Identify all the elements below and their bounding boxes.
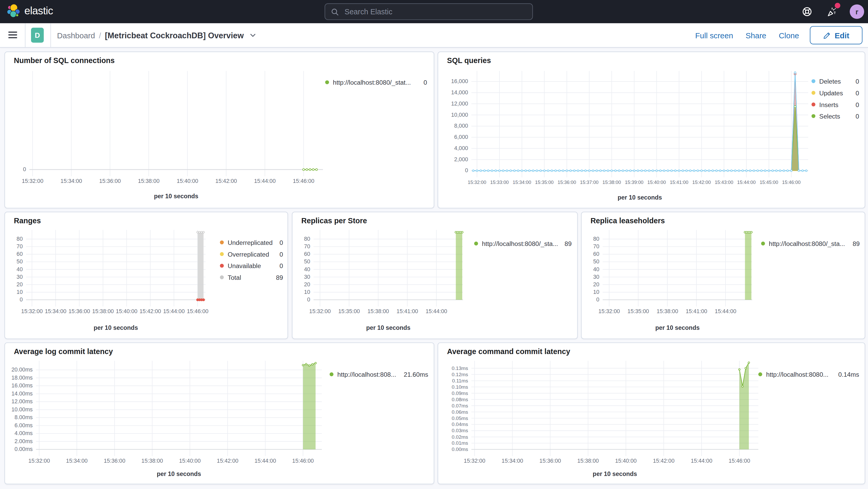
search-icon <box>331 7 339 16</box>
share-button[interactable]: Share <box>746 31 766 40</box>
divider <box>51 23 51 47</box>
svg-text:20: 20 <box>304 281 310 287</box>
legend-item[interactable]: http://localhost:808...21.60ms <box>330 368 428 380</box>
dashboards-badge[interactable]: D <box>31 28 44 42</box>
svg-text:2,000: 2,000 <box>454 156 468 162</box>
svg-text:15:32:00: 15:32:00 <box>598 308 620 314</box>
svg-text:50: 50 <box>17 258 23 265</box>
svg-text:15:44:00: 15:44:00 <box>254 178 276 184</box>
svg-text:15:41:00: 15:41:00 <box>670 180 688 185</box>
chart-replica-leaseholders[interactable]: 0102030405060708015:32:0015:35:0015:38:0… <box>586 224 755 335</box>
svg-text:per 10 seconds: per 10 seconds <box>655 324 700 331</box>
chart-legend: http://localhost:8080/_sta...89 <box>761 238 860 249</box>
svg-text:15:46:00: 15:46:00 <box>782 180 801 185</box>
svg-text:15:41:00: 15:41:00 <box>397 308 418 314</box>
panel-title: Average command commit latency <box>447 347 570 356</box>
svg-text:0.13ms: 0.13ms <box>452 366 468 371</box>
svg-text:80: 80 <box>17 236 23 242</box>
legend-value: 0 <box>279 251 283 257</box>
panel-title: Ranges <box>14 217 41 225</box>
search-input[interactable] <box>343 7 527 17</box>
svg-text:15:34:00: 15:34:00 <box>60 178 82 184</box>
svg-text:15:43:00: 15:43:00 <box>715 180 733 185</box>
svg-text:20.00ms: 20.00ms <box>11 367 33 373</box>
panel-title: Average log commit latency <box>14 347 113 356</box>
svg-text:20: 20 <box>593 281 599 287</box>
legend-item[interactable]: Updates0 <box>811 87 859 99</box>
svg-text:30: 30 <box>304 274 310 280</box>
svg-text:15:39:00: 15:39:00 <box>625 180 644 185</box>
svg-text:12.00ms: 12.00ms <box>11 398 33 405</box>
legend-dot <box>811 91 815 95</box>
legend-item[interactable]: Overreplicated0 <box>220 248 283 260</box>
panel-title: Replica leaseholders <box>590 217 665 225</box>
legend-item[interactable]: Underreplicated0 <box>220 237 283 248</box>
svg-text:15:32:00: 15:32:00 <box>309 308 331 314</box>
clone-button[interactable]: Clone <box>779 31 799 40</box>
global-search-bar[interactable] <box>324 3 533 20</box>
svg-text:2.00ms: 2.00ms <box>14 438 33 445</box>
chart-legend: http://localhost:8080...0.14ms <box>758 368 859 380</box>
svg-text:15:40:00: 15:40:00 <box>177 178 198 184</box>
legend-item[interactable]: Unavailable0 <box>220 260 283 272</box>
title-menu-button[interactable] <box>249 32 256 40</box>
svg-text:15:42:00: 15:42:00 <box>653 458 675 464</box>
legend-item[interactable]: http://localhost:8080/_stat...0 <box>325 77 427 88</box>
brand-name: elastic <box>25 5 53 17</box>
legend-dot <box>220 275 224 279</box>
help-button[interactable] <box>802 6 813 17</box>
chart-number-of-sql-connections[interactable]: 015:32:0015:34:0015:36:0015:38:0015:40:0… <box>9 67 326 204</box>
svg-text:0.04ms: 0.04ms <box>452 422 468 427</box>
chart-average-log-commit-latency[interactable]: 0.00ms2.00ms4.00ms6.00ms8.00ms10.00ms12.… <box>9 358 326 482</box>
legend-label: http://localhost:808... <box>337 371 396 378</box>
svg-text:40: 40 <box>593 266 599 273</box>
edit-button[interactable]: Edit <box>810 26 863 44</box>
chart-average-command-commit-latency[interactable]: 0.00ms0.01ms0.02ms0.03ms0.04ms0.05ms0.06… <box>442 358 763 482</box>
svg-text:0: 0 <box>23 166 26 173</box>
svg-text:10,000: 10,000 <box>451 112 468 118</box>
svg-text:6,000: 6,000 <box>454 134 468 140</box>
breadcrumb-dashboard[interactable]: Dashboard <box>57 31 95 40</box>
svg-text:0.01ms: 0.01ms <box>452 440 468 446</box>
svg-text:15:44:00: 15:44:00 <box>737 180 756 185</box>
legend-item[interactable]: Inserts0 <box>811 99 859 111</box>
legend-label: http://localhost:8080/_sta... <box>482 240 558 247</box>
chart-replicas-per-store[interactable]: 0102030405060708015:32:0015:35:0015:38:0… <box>297 224 466 335</box>
legend-dot <box>474 242 478 245</box>
svg-text:15:34:00: 15:34:00 <box>502 458 523 464</box>
svg-text:0.00ms: 0.00ms <box>452 447 468 452</box>
legend-label: Unavailable <box>227 262 261 269</box>
elastic-logo[interactable]: elastic <box>7 4 53 18</box>
menu-button[interactable] <box>8 32 17 38</box>
legend-label: http://localhost:8080... <box>766 371 829 378</box>
chart-legend: http://localhost:808...21.60ms <box>330 368 428 380</box>
legend-dot <box>811 102 815 106</box>
chart-ranges[interactable]: 0102030405060708015:32:0015:34:0015:36:0… <box>9 224 226 335</box>
svg-text:15:38:00: 15:38:00 <box>368 308 389 314</box>
chart-sql-queries[interactable]: 02,0004,0006,0008,00010,00012,00014,0001… <box>444 66 813 205</box>
svg-text:8.00ms: 8.00ms <box>14 414 33 421</box>
svg-text:15:46:00: 15:46:00 <box>292 458 314 464</box>
svg-text:per 10 seconds: per 10 seconds <box>154 193 198 200</box>
legend-dot <box>811 79 815 83</box>
svg-text:15:44:00: 15:44:00 <box>426 308 447 314</box>
legend-value: 0 <box>856 90 859 96</box>
full-screen-button[interactable]: Full screen <box>695 31 733 40</box>
svg-text:0.06ms: 0.06ms <box>452 409 468 415</box>
svg-text:40: 40 <box>304 266 310 273</box>
legend-dot <box>325 80 329 84</box>
legend-item[interactable]: http://localhost:8080/_sta...89 <box>761 238 860 249</box>
svg-text:16.00ms: 16.00ms <box>11 383 33 389</box>
page-title[interactable]: [Metricbeat CockroachDB] Overview <box>105 31 244 40</box>
legend-item[interactable]: Selects0 <box>811 110 859 122</box>
svg-text:0: 0 <box>465 167 468 174</box>
svg-text:10: 10 <box>304 289 310 295</box>
legend-item[interactable]: Total89 <box>220 272 283 283</box>
svg-text:15:42:00: 15:42:00 <box>692 180 711 185</box>
legend-item[interactable]: http://localhost:8080/_sta...89 <box>474 238 571 249</box>
legend-value: 21.60ms <box>404 371 428 378</box>
svg-text:15:38:00: 15:38:00 <box>142 458 163 464</box>
legend-item[interactable]: Deletes0 <box>811 75 859 87</box>
legend-item[interactable]: http://localhost:8080...0.14ms <box>758 368 859 380</box>
user-avatar[interactable]: r <box>850 4 864 19</box>
